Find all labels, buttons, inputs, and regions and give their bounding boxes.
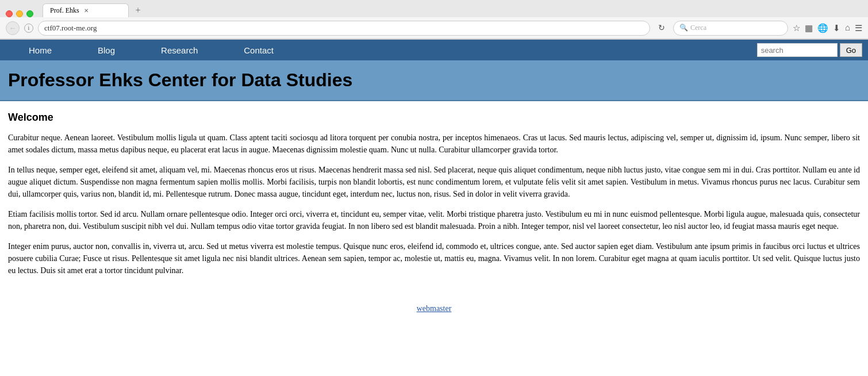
site-title: Professor Ehks Center for Data Studies [8,70,860,91]
welcome-heading: Welcome [8,112,860,124]
reload-button[interactable]: ↻ [655,21,669,35]
site-nav: Home Blog Research Contact Go [0,40,868,60]
site-footer: webmaster [0,295,868,323]
go-button[interactable]: Go [840,43,862,57]
menu-icon[interactable]: ☰ [855,23,862,33]
globe-icon[interactable]: 🌐 [817,23,828,33]
new-tab-button[interactable]: + [131,3,145,17]
search-form: Go [757,43,862,57]
tab-title: Prof. Ehks [50,6,79,15]
tab-bar: Prof. Ehks ✕ + [0,0,868,17]
browser-search-placeholder: Cerca [690,24,706,32]
close-window-button[interactable] [6,10,13,17]
info-icon: i [28,25,30,31]
minimize-window-button[interactable] [16,10,23,17]
paragraph-4: Integer enim purus, auctor non, convalli… [8,240,860,277]
nav-links: Home Blog Research Contact [6,41,757,60]
home-icon[interactable]: ⌂ [845,23,850,33]
traffic-lights [6,10,33,17]
browser-chrome: Prof. Ehks ✕ + ← i ctf07.root-me.org ↻ 🔍… [0,0,868,40]
url-bar[interactable]: ctf07.root-me.org [38,21,650,36]
site-header: Professor Ehks Center for Data Studies [0,60,868,101]
nav-contact[interactable]: Contact [221,41,297,60]
reload-icon: ↻ [658,23,665,33]
url-text: ctf07.root-me.org [44,24,97,33]
nav-research[interactable]: Research [138,41,221,60]
tab-close-button[interactable]: ✕ [84,7,89,14]
download-icon[interactable]: ⬇ [833,23,840,33]
maximize-window-button[interactable] [26,10,33,17]
nav-home[interactable]: Home [6,41,75,60]
back-button[interactable]: ← [6,21,20,35]
toolbar-icons: ☆ ▦ 🌐 ⬇ ⌂ ☰ [793,23,862,33]
webmaster-link[interactable]: webmaster [417,304,452,313]
back-icon: ← [9,24,17,33]
active-tab[interactable]: Prof. Ehks ✕ [43,3,129,17]
paragraph-1: Curabitur neque. Aenean laoreet. Vestibu… [8,132,860,156]
search-input[interactable] [757,43,838,57]
search-icon: 🔍 [679,24,688,32]
info-button[interactable]: i [24,24,33,33]
bookmark-icon[interactable]: ☆ [793,23,800,33]
reader-icon[interactable]: ▦ [805,23,813,33]
paragraph-2: In tellus neque, semper eget, eleifend s… [8,164,860,200]
browser-search-bar[interactable]: 🔍 Cerca [673,21,788,36]
site-content: Welcome Curabitur neque. Aenean laoreet.… [0,101,868,295]
website: Home Blog Research Contact Go Professor … [0,40,868,323]
paragraph-3: Etiam facilisis mollis tortor. Sed id ar… [8,208,860,232]
browser-toolbar: ← i ctf07.root-me.org ↻ 🔍 Cerca ☆ ▦ 🌐 ⬇ … [0,17,868,39]
nav-blog[interactable]: Blog [75,41,138,60]
